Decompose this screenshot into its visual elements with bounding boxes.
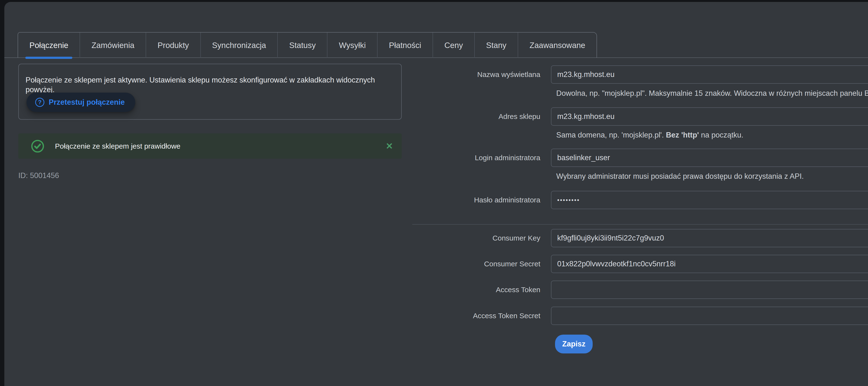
consumer-key-input[interactable]: [551, 229, 868, 247]
tab-polaczenie[interactable]: Połączenie: [18, 33, 80, 58]
tab-label: Produkty: [157, 41, 189, 50]
tab-zamowienia[interactable]: Zamówienia: [80, 33, 146, 58]
form-row: Consumer Key: [412, 229, 868, 247]
field-label-access-token: Access Token: [412, 280, 540, 299]
form-row: Access Token Secret: [412, 307, 868, 325]
haslo-administratora-input[interactable]: [551, 191, 868, 209]
form-divider: [412, 224, 868, 225]
tab-label: Wysyłki: [339, 41, 366, 50]
tab-label: Zamówienia: [91, 41, 134, 50]
form-row: Nazwa wyświetlana: [412, 65, 868, 84]
settings-panel: Połączenie Zamówienia Produkty Synchroni…: [4, 2, 868, 386]
adres-sklepu-input[interactable]: [551, 107, 868, 126]
field-label-login-administratora: Login administratora: [412, 149, 540, 167]
login-administratora-input[interactable]: [551, 149, 868, 167]
form-row: Login administratora: [412, 149, 868, 167]
form-row: Adres sklepu: [412, 107, 868, 126]
tab-statusy[interactable]: Statusy: [277, 33, 327, 58]
close-icon[interactable]: ✕: [386, 142, 393, 151]
field-label-access-token-secret: Access Token Secret: [412, 307, 540, 325]
field-label-consumer-key: Consumer Key: [412, 229, 540, 247]
check-circle-icon: [31, 140, 44, 153]
field-hint-login: Wybrany administrator musi posiadać praw…: [556, 172, 863, 181]
field-label-nazwa-wyswietlana: Nazwa wyświetlana: [412, 65, 540, 84]
tab-label: Połączenie: [29, 41, 68, 50]
field-hint-adres: Sama domena, np. 'mojsklep.pl'. Bez 'htt…: [556, 130, 863, 140]
question-circle-icon: ?: [35, 98, 44, 107]
field-hint-nazwa: Dowolna, np. "mojsklep.pl". Maksymalnie …: [556, 89, 863, 98]
field-label-consumer-secret: Consumer Secret: [412, 255, 540, 273]
hint-text: Sama domena, np. 'mojsklep.pl'.: [556, 131, 666, 139]
connection-info-text: Połączenie ze sklepem jest aktywne. Usta…: [26, 75, 394, 95]
tab-synchronizacja[interactable]: Synchronizacja: [200, 33, 278, 58]
tab-label: Statusy: [289, 41, 316, 50]
field-label-adres-sklepu: Adres sklepu: [412, 107, 540, 126]
success-alert: Połączenie ze sklepem jest prawidłowe ✕: [18, 133, 402, 159]
test-connection-button[interactable]: ? Przetestuj połączenie: [27, 93, 135, 112]
save-button[interactable]: Zapisz: [555, 335, 593, 353]
field-label-haslo-administratora: Hasło administratora: [412, 191, 540, 209]
test-connection-label: Przetestuj połączenie: [49, 98, 125, 107]
tab-label: Synchronizacja: [212, 41, 266, 50]
connection-info-box: Połączenie ze sklepem jest aktywne. Usta…: [18, 64, 402, 120]
consumer-secret-input[interactable]: [551, 255, 868, 273]
success-alert-text: Połączenie ze sklepem jest prawidłowe: [55, 142, 180, 150]
hint-text-bold: Bez 'http': [666, 131, 699, 139]
nazwa-wyswietlana-input[interactable]: [551, 65, 868, 84]
access-token-input[interactable]: [551, 280, 868, 299]
tab-produkty[interactable]: Produkty: [146, 33, 200, 58]
tab-wysylki[interactable]: Wysyłki: [327, 33, 377, 58]
app-screen: Połączenie Zamówienia Produkty Synchroni…: [0, 0, 868, 386]
shop-id-text: ID: 5001456: [18, 171, 59, 180]
form-row: Consumer Secret: [412, 255, 868, 273]
form-row: Hasło administratora: [412, 191, 868, 209]
connection-form: Nazwa wyświetlana Dowolna, np. "mojsklep…: [412, 2, 868, 386]
form-row: Access Token: [412, 280, 868, 299]
hint-text: na początku.: [699, 131, 743, 139]
access-token-secret-input[interactable]: [551, 307, 868, 325]
